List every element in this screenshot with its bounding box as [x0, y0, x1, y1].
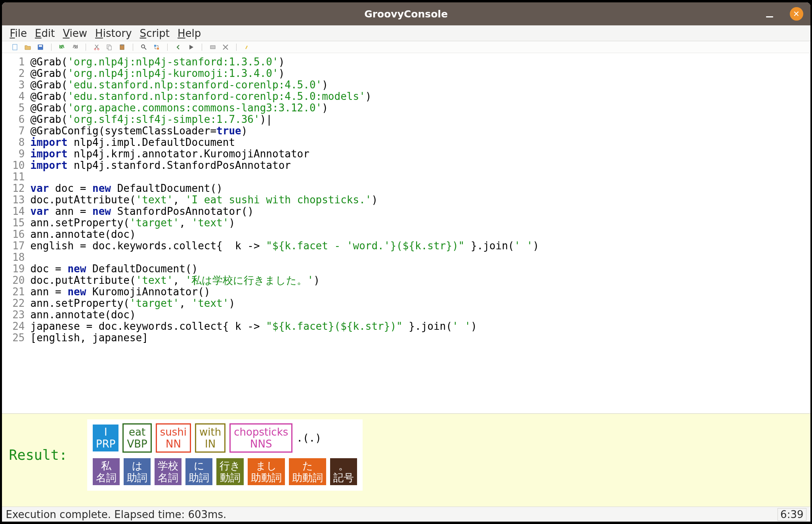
new-file-icon[interactable]	[11, 44, 19, 51]
code-line[interactable]: var ann = new StanfordPosAnnotator()	[31, 206, 810, 217]
code-line[interactable]: doc = new DefaultDocument()	[31, 263, 810, 275]
toolbar-separator	[86, 44, 86, 51]
line-number: 11	[2, 171, 25, 183]
line-number: 13	[2, 194, 25, 206]
token-tag: 記号	[333, 472, 354, 484]
code-line[interactable]: doc.putAttribute('text', '私は学校に行きました。')	[31, 275, 810, 286]
code-content[interactable]: @Grab('org.nlp4j:nlp4j-stanford:1.3.5.0'…	[31, 56, 810, 407]
token-tag: 動詞	[220, 472, 241, 484]
save-file-icon[interactable]	[37, 44, 44, 51]
find-icon[interactable]	[140, 44, 147, 51]
window-title: GroovyConsole	[364, 8, 448, 20]
statusbar: Execution complete. Elapsed time: 603ms.…	[2, 507, 810, 522]
toolbar-separator	[51, 44, 52, 51]
svg-rect-2	[39, 45, 42, 47]
pos-token: 。記号	[330, 458, 357, 485]
token-tag: 助動詞	[292, 472, 323, 484]
copy-icon[interactable]	[106, 44, 113, 51]
code-line[interactable]: doc.putAttribute('text', 'I eat sushi wi…	[31, 194, 810, 206]
menu-edit[interactable]: Edit	[32, 27, 58, 40]
toolbar	[2, 41, 810, 53]
line-number: 18	[2, 252, 25, 263]
token-word: 行き	[220, 460, 241, 472]
svg-rect-10	[154, 45, 156, 47]
history-back-icon[interactable]	[175, 44, 182, 51]
code-line[interactable]: ann = new KuromojiAnnotator()	[31, 286, 810, 298]
code-line[interactable]: @Grab('edu.stanford.nlp:stanford-corenlp…	[31, 79, 810, 91]
window-controls: ✕	[764, 2, 803, 25]
token-tag: 助動詞	[251, 472, 282, 484]
pos-token: withIN	[195, 423, 225, 453]
code-editor[interactable]: 1234567891011121314151617181920212223242…	[2, 53, 810, 413]
pos-token: た助動詞	[289, 458, 326, 485]
code-line[interactable]: @Grab('org.nlp4j:nlp4j-stanford:1.3.5.0'…	[31, 56, 810, 68]
token-word: 学校	[158, 460, 178, 472]
code-line[interactable]	[31, 171, 810, 183]
close-button[interactable]: ✕	[790, 7, 803, 21]
undo-icon[interactable]	[59, 44, 66, 51]
minimize-button[interactable]	[764, 8, 776, 20]
pos-token: 行き動詞	[216, 458, 244, 485]
token-tag: 名詞	[158, 472, 178, 484]
menu-file[interactable]: File	[7, 27, 31, 40]
line-gutter: 1234567891011121314151617181920212223242…	[2, 56, 31, 407]
toolbar-separator	[133, 44, 133, 51]
code-line[interactable]: @GrabConfig(systemClassLoader=true)	[31, 125, 810, 137]
code-line[interactable]: ann.annotate(doc)	[31, 309, 810, 321]
english-tokens: IPRPeatVBPsushiNNwithINchopsticksNNS.(.)	[93, 423, 357, 453]
code-line[interactable]: ann.annotate(doc)	[31, 229, 810, 240]
code-line[interactable]: @Grab('org.apache.commons:commons-lang3:…	[31, 102, 810, 114]
code-line[interactable]	[31, 252, 810, 263]
menu-history[interactable]: History	[92, 27, 135, 40]
code-line[interactable]: import nlp4j.impl.DefaultDocument	[31, 137, 810, 148]
line-number: 1	[2, 56, 25, 68]
line-number: 14	[2, 206, 25, 217]
code-line[interactable]: var doc = new DefaultDocument()	[31, 183, 810, 194]
toolbar-separator	[167, 44, 168, 51]
code-line[interactable]: @Grab('org.nlp4j:nlp4j-kuromoji:1.3.4.0'…	[31, 68, 810, 79]
run-icon[interactable]	[187, 44, 195, 51]
clear-icon[interactable]	[244, 44, 251, 51]
code-line[interactable]: ann.setProperty('target', 'text')	[31, 217, 810, 229]
pos-token: sushiNN	[156, 423, 191, 453]
line-number: 16	[2, 229, 25, 240]
svg-rect-0	[13, 44, 17, 50]
open-file-icon[interactable]	[24, 44, 31, 51]
token-word: with	[199, 426, 221, 438]
token-tag: 助詞	[189, 472, 209, 484]
redo-icon[interactable]	[71, 44, 78, 51]
toolbar-separator	[202, 44, 202, 51]
code-line[interactable]: @Grab('edu.stanford.nlp:stanford-corenlp…	[31, 91, 810, 102]
paste-icon[interactable]	[118, 44, 126, 51]
line-number: 5	[2, 102, 25, 114]
line-number: 17	[2, 240, 25, 252]
interrupt-icon[interactable]	[222, 44, 229, 51]
token-word: I	[104, 426, 107, 438]
svg-rect-8	[121, 44, 123, 46]
minimize-icon	[766, 16, 773, 17]
cut-icon[interactable]	[93, 44, 100, 51]
cursor-position: 6:39	[778, 508, 806, 521]
token-word: chopsticks	[234, 426, 288, 438]
menu-view[interactable]: View	[59, 27, 90, 40]
token-word: 私	[101, 460, 111, 472]
menu-script[interactable]: Script	[137, 27, 173, 40]
token-word: eat	[129, 426, 145, 438]
code-line[interactable]: [english, japanese]	[31, 332, 810, 344]
code-line[interactable]: import nlp4j.krmj.annotator.KuromojiAnno…	[31, 148, 810, 160]
code-line[interactable]: english = doc.keywords.collect{ k -> "${…	[31, 240, 810, 252]
code-line[interactable]: @Grab('org.slf4j:slf4j-simple:1.7.36')|	[31, 114, 810, 125]
replace-icon[interactable]	[153, 44, 160, 51]
run-selection-icon[interactable]	[209, 44, 216, 51]
menu-help[interactable]: Help	[174, 27, 204, 40]
pos-token: まし助動詞	[248, 458, 285, 485]
line-number: 6	[2, 114, 25, 125]
line-number: 3	[2, 79, 25, 91]
code-line[interactable]: ann.setProperty('target', 'text')	[31, 298, 810, 309]
token-word: まし	[256, 460, 277, 472]
line-number: 23	[2, 309, 25, 321]
pos-token: に助詞	[185, 458, 212, 485]
code-line[interactable]: japanese = doc.keywords.collect{ k -> "$…	[31, 321, 810, 332]
line-number: 12	[2, 183, 25, 194]
code-line[interactable]: import nlp4j.stanford.StanfordPosAnnotat…	[31, 160, 810, 171]
